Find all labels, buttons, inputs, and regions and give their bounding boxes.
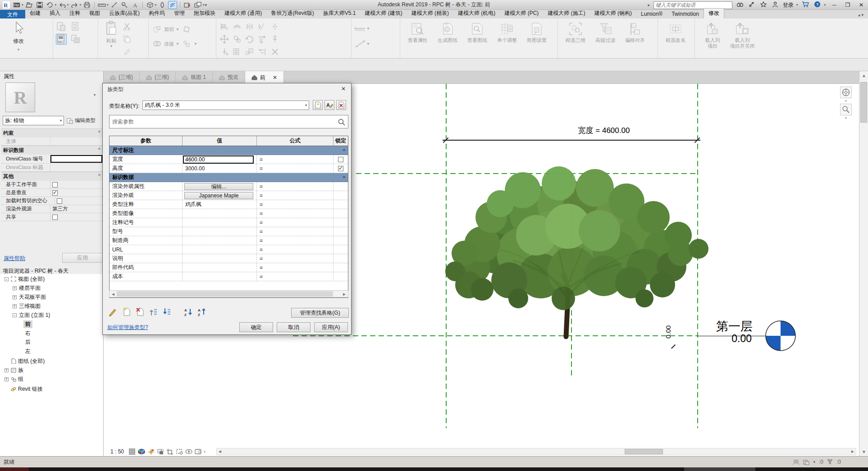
tree-views-root[interactable]: -视图 (全部) bbox=[5, 275, 45, 283]
tab-master-mep[interactable]: 建模大师 (机电) bbox=[453, 9, 500, 18]
paste-icon[interactable] bbox=[104, 20, 119, 37]
section-identity[interactable]: 标识数据^ bbox=[110, 173, 348, 182]
properties-palette-icon[interactable] bbox=[56, 21, 67, 32]
wall-joins-dropdown-icon[interactable]: ▼ bbox=[194, 42, 197, 46]
measure-tool-icon[interactable] bbox=[354, 23, 365, 34]
keynote-value-cell[interactable] bbox=[183, 218, 257, 227]
tag-icon[interactable]: 1 bbox=[120, 1, 129, 9]
apply-button[interactable]: 应用 bbox=[62, 253, 103, 263]
align-icon[interactable] bbox=[219, 21, 230, 32]
file-tab[interactable]: 文件 bbox=[0, 10, 25, 18]
tree-view-front[interactable]: 前 bbox=[23, 320, 32, 328]
tab-manage[interactable]: 管理 bbox=[169, 9, 189, 18]
section-dimensions[interactable]: 尺寸标注^ bbox=[110, 146, 348, 155]
unpin-icon[interactable] bbox=[219, 46, 230, 57]
shared-checkbox[interactable] bbox=[52, 215, 58, 220]
tab-master-general[interactable]: 建模大师 (通用) bbox=[220, 9, 266, 18]
pm-dropdown-icon[interactable]: ▾ bbox=[22, 3, 23, 7]
join-dropdown-icon[interactable]: ▼ bbox=[176, 42, 179, 46]
dialog-apply-button[interactable]: 应用(A) bbox=[314, 322, 348, 332]
type-comments-value-cell[interactable]: 鸡爪枫 bbox=[183, 200, 257, 209]
tree-3d-views[interactable]: +三维视图 bbox=[13, 302, 41, 310]
box-rename-button[interactable]: 框选改名 bbox=[661, 20, 690, 57]
tab-luban[interactable]: 鲁班万通(Revit版) bbox=[266, 9, 318, 18]
tree-sheets[interactable]: 图纸 (全部) bbox=[11, 357, 45, 365]
view-tab-front-active[interactable]: 前✕ bbox=[245, 71, 284, 83]
view-properties-button[interactable]: 查看属性 bbox=[403, 20, 433, 57]
sort-ascending-icon[interactable]: AZ bbox=[183, 306, 194, 317]
offset-align-button[interactable]: 偏移对齐 bbox=[620, 20, 650, 57]
tree-revit-links[interactable]: Revit 链接 bbox=[11, 385, 43, 393]
manage-lookup-tables-button[interactable]: 管理查找表格(G) bbox=[291, 308, 349, 318]
tab-component-dock[interactable]: 构件坞 bbox=[144, 9, 169, 18]
copy-to-clipboard-icon[interactable] bbox=[122, 34, 132, 45]
family-type-selector[interactable]: 族: 植物▾ bbox=[3, 116, 64, 125]
identity-section-header[interactable]: 标识数据^ bbox=[1, 146, 102, 155]
tab-insert[interactable]: 插入 bbox=[45, 9, 65, 18]
signin-dropdown-icon[interactable]: ▾ bbox=[796, 3, 798, 7]
url-value-cell[interactable] bbox=[183, 245, 257, 254]
restore-button[interactable]: ❐ bbox=[843, 2, 853, 8]
paste-dropdown-icon[interactable]: ▼ bbox=[101, 44, 122, 48]
tab-create[interactable]: 创建 bbox=[25, 9, 45, 18]
level-elevation-text[interactable]: 0.00 bbox=[685, 333, 752, 345]
pin-icon[interactable] bbox=[270, 34, 280, 45]
width-lock-checkbox[interactable] bbox=[338, 157, 343, 162]
tree-floor-plans[interactable]: +楼层平面 bbox=[13, 284, 41, 292]
reveal-hidden-icon[interactable] bbox=[194, 448, 202, 455]
view-tab-preview[interactable]: 预览 bbox=[213, 71, 245, 83]
default-3d-view-icon[interactable] bbox=[146, 1, 155, 9]
view-tab-3d-1[interactable]: {三维} bbox=[104, 71, 140, 83]
spot-elevation-text[interactable]: 0.00 bbox=[664, 325, 672, 338]
customize-qat-icon[interactable]: ▾ bbox=[205, 3, 207, 7]
delete-icon[interactable] bbox=[270, 46, 280, 57]
render-props-edit-button[interactable]: 编辑... bbox=[184, 183, 253, 190]
worksets-icon[interactable] bbox=[793, 459, 799, 465]
tab-annotate[interactable]: 注释 bbox=[65, 9, 85, 18]
sort-descending-icon[interactable]: AZ bbox=[196, 306, 207, 317]
advanced-filter-button[interactable]: 高级过滤 bbox=[590, 20, 620, 57]
render-appearance-button[interactable]: Japanese Maple bbox=[184, 192, 253, 199]
other-section-header[interactable]: 其他^ bbox=[1, 172, 102, 181]
parameter-search-box[interactable] bbox=[109, 115, 348, 128]
width-dimension-text[interactable]: 宽度 = 4600.00 bbox=[559, 125, 649, 136]
width-value-input[interactable] bbox=[183, 155, 254, 164]
visual-style-icon[interactable] bbox=[137, 448, 145, 455]
close-hidden-windows-icon[interactable] bbox=[183, 1, 192, 9]
sun-path-icon[interactable] bbox=[147, 448, 155, 455]
3d-dropdown-icon[interactable]: ▾ bbox=[155, 3, 157, 7]
zoom-tool-icon[interactable] bbox=[840, 104, 852, 115]
mirror-draw-icon[interactable] bbox=[257, 21, 268, 32]
level-name-text[interactable]: 第一层 bbox=[685, 318, 753, 334]
properties-help-link[interactable]: 属性帮助 bbox=[4, 255, 25, 262]
dialog-scroll-thumb[interactable] bbox=[117, 291, 333, 297]
parameter-search-input[interactable] bbox=[110, 115, 335, 128]
move-icon[interactable] bbox=[219, 34, 230, 45]
offset-icon[interactable] bbox=[232, 21, 242, 32]
taskbar-active-segment[interactable] bbox=[684, 467, 755, 471]
split-icon[interactable] bbox=[270, 21, 280, 32]
help-icon[interactable]: ? bbox=[813, 1, 821, 9]
view-control-collapse-icon[interactable]: ‹ bbox=[204, 448, 206, 455]
design-options-icon[interactable] bbox=[803, 459, 809, 465]
horizontal-scroll-thumb[interactable] bbox=[625, 449, 663, 454]
height-lock-checkbox[interactable] bbox=[338, 166, 343, 171]
redo-dropdown-icon[interactable]: ▾ bbox=[80, 3, 82, 7]
tree-image[interactable] bbox=[428, 163, 717, 340]
family-category-icon[interactable] bbox=[70, 34, 81, 45]
view-sheet-button[interactable]: 查看图纸 bbox=[462, 20, 492, 57]
ribbon-collapse-icon[interactable]: ▴ ▾ bbox=[854, 13, 868, 18]
cancel-button[interactable]: 取消 bbox=[277, 322, 311, 332]
array-icon[interactable] bbox=[232, 46, 242, 57]
close-view-tab-icon[interactable]: ✕ bbox=[273, 74, 277, 81]
modify-tool[interactable]: 修改 ▼ bbox=[3, 20, 34, 57]
tree-elevations[interactable]: -立面 (立面 1) bbox=[13, 311, 50, 319]
search-expand-icon[interactable]: ▸ bbox=[648, 3, 650, 7]
rotate-icon[interactable] bbox=[244, 34, 255, 45]
match-type-icon[interactable] bbox=[122, 46, 132, 57]
properties-toggle-icon[interactable] bbox=[56, 34, 67, 45]
load-into-project-button[interactable]: 载入到 项目 bbox=[698, 20, 727, 57]
tab-twinmotion[interactable]: Twinmotion bbox=[667, 10, 704, 18]
preview-dropdown-icon[interactable]: ▾ bbox=[94, 93, 96, 97]
height-value-cell[interactable]: 3000.00 bbox=[183, 164, 257, 173]
